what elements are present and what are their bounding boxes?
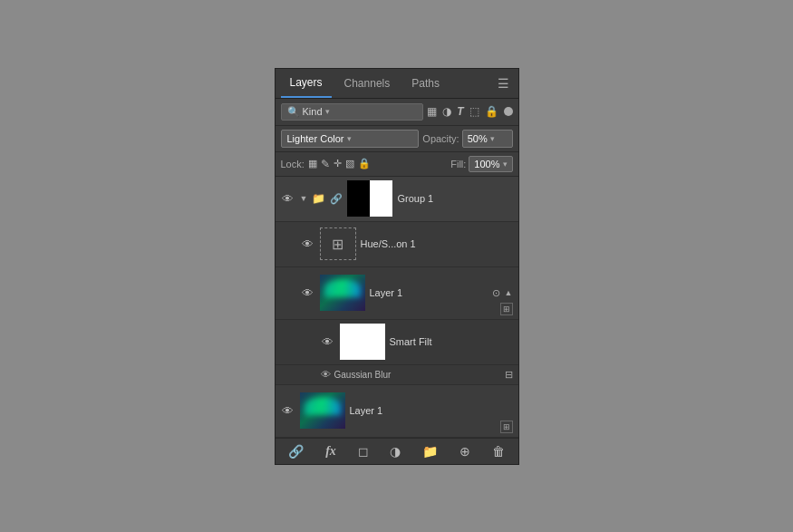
opacity-label: Opacity:: [422, 133, 459, 144]
layers-panel: Layers Channels Paths ☰ 🔍 Kind ▾ ▦ ◑ T ⬚…: [275, 68, 519, 465]
visibility-eye-group1[interactable]: 👁: [281, 192, 295, 206]
fill-dropdown[interactable]: 100% ▾: [469, 156, 512, 172]
kind-chevron: ▾: [325, 107, 330, 116]
visibility-eye-layer1smart[interactable]: 👁: [301, 286, 315, 300]
smart-filter-thumbnail: [340, 324, 385, 360]
hue-sat-icon: ⊞: [332, 236, 343, 253]
search-icon: 🔍: [287, 106, 300, 118]
lock-icons: ▦ ✎ ✛ ▧ 🔒: [308, 158, 371, 170]
fx-icon[interactable]: fx: [325, 444, 336, 459]
new-group-icon[interactable]: 📁: [422, 444, 438, 459]
pixel-filter-icon[interactable]: ▦: [427, 105, 437, 118]
gaussian-blur-row[interactable]: 👁 Gaussian Blur ⊟: [276, 365, 518, 385]
chain-icon: 🔗: [330, 193, 343, 205]
visibility-eye-layer1[interactable]: 👁: [281, 404, 295, 418]
blend-mode-label: Lighter Color: [287, 133, 344, 144]
gaussian-sliders-icon[interactable]: ⊟: [505, 369, 513, 381]
link-layers-icon[interactable]: 🔗: [288, 444, 304, 459]
artboard-filter-icon[interactable]: [504, 107, 513, 116]
fill-label: Fill:: [450, 159, 466, 169]
layer-row[interactable]: 👁 Smart Filt: [276, 320, 518, 365]
lock-artboard-icon[interactable]: ▧: [345, 158, 354, 169]
smart-obj-badge: ⊙: [492, 287, 500, 299]
blend-chevron: ▾: [347, 134, 352, 143]
gaussian-blur-label: Gaussian Blur: [334, 370, 501, 380]
fill-group: Fill: 100% ▾: [450, 156, 512, 172]
fill-value: 100%: [474, 159, 499, 169]
tab-bar: Layers Channels Paths ☰: [276, 69, 518, 99]
shape-filter-icon[interactable]: ⬚: [469, 105, 479, 118]
opacity-chevron: ▾: [490, 134, 495, 143]
opacity-group: Opacity: 50% ▾: [422, 130, 512, 148]
add-mask-icon[interactable]: ◻: [358, 444, 369, 459]
new-layer-icon[interactable]: ⊕: [459, 444, 470, 459]
folder-icon: 📁: [312, 192, 325, 205]
fill-chevron: ▾: [503, 160, 508, 169]
lock-move-icon[interactable]: ✛: [334, 158, 342, 169]
group1-name: Group 1: [397, 193, 512, 204]
opacity-value: 50%: [468, 133, 488, 144]
group1-thumbnail: [347, 180, 392, 217]
embedded-icon: ⊞: [500, 303, 513, 315]
hue-saturation-thumbnail: ⊞: [320, 227, 356, 260]
layer-row[interactable]: 👁 Layer 1 ⊞: [276, 385, 518, 438]
tab-paths[interactable]: Paths: [402, 70, 449, 97]
visibility-eye-hue[interactable]: 👁: [301, 237, 315, 251]
lock-all-icon[interactable]: 🔒: [358, 158, 371, 169]
filter-icons: ▦ ◑ T ⬚ 🔒: [427, 105, 512, 118]
layer-row[interactable]: 👁 ⊞ Hue/S...on 1: [276, 222, 518, 267]
lock-pixels-icon[interactable]: ▦: [308, 158, 317, 169]
panel-menu-icon[interactable]: ☰: [494, 73, 513, 94]
layer-row[interactable]: 👁 ▼ 📁 🔗 Group 1: [276, 177, 518, 222]
layer1-smart-name: Layer 1: [370, 287, 488, 298]
kind-dropdown[interactable]: 🔍 Kind ▾: [281, 103, 424, 121]
lock-label: Lock:: [281, 159, 305, 169]
layer1-embedded-icon: ⊞: [500, 421, 513, 433]
blend-mode-dropdown[interactable]: Lighter Color ▾: [281, 130, 420, 148]
opacity-dropdown[interactable]: 50% ▾: [462, 130, 513, 148]
filter-row: 🔍 Kind ▾ ▦ ◑ T ⬚ 🔒: [276, 99, 518, 126]
delete-layer-icon[interactable]: 🗑: [492, 444, 505, 459]
smart-filt-name: Smart Filt: [390, 336, 513, 347]
kind-label: Kind: [303, 106, 323, 117]
tab-layers[interactable]: Layers: [281, 69, 332, 98]
layer1-name: Layer 1: [350, 405, 513, 416]
visibility-eye-smartfilt[interactable]: 👁: [321, 335, 335, 349]
visibility-eye-gaussian[interactable]: 👁: [321, 369, 331, 380]
layer1-smart-thumbnail: [320, 275, 365, 311]
lock-row: Lock: ▦ ✎ ✛ ▧ 🔒 Fill: 100% ▾: [276, 152, 518, 177]
bottom-toolbar: 🔗 fx ◻ ◑ 📁 ⊕ 🗑: [276, 438, 518, 464]
layer1-thumbnail: [300, 392, 345, 429]
adjustment-icon[interactable]: ◑: [390, 444, 401, 459]
layer1-smart-expand[interactable]: ▲: [505, 288, 513, 297]
tab-channels[interactable]: Channels: [335, 70, 400, 97]
blend-row: Lighter Color ▾ Opacity: 50% ▾: [276, 126, 518, 152]
type-filter-icon[interactable]: T: [457, 105, 463, 118]
layers-list: 👁 ▼ 📁 🔗 Group 1 👁 ⊞ Hue/S...on 1 👁 Layer…: [276, 177, 518, 438]
expand-group1[interactable]: ▼: [300, 194, 308, 203]
layer-row[interactable]: 👁 Layer 1 ⊙ ▲ ⊞: [276, 267, 518, 320]
smart-filter-icon[interactable]: 🔒: [485, 105, 498, 118]
adjustment-filter-icon[interactable]: ◑: [442, 105, 451, 118]
lock-position-icon[interactable]: ✎: [321, 158, 330, 170]
hue-layer-name: Hue/S...on 1: [361, 238, 513, 249]
